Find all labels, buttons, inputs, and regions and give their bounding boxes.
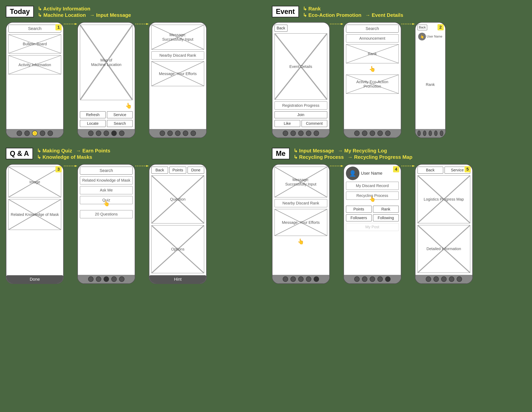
logistics-map-img: Logistics Progress Map xyxy=(418,175,470,223)
today-header: Today ↳ Activity Information ↳ Machine L… xyxy=(6,6,260,19)
me-p1-img1: Message:Successfully Input xyxy=(275,167,327,197)
qa-annot-2: → Earn Points xyxy=(76,148,110,154)
nav-dot-2[interactable] xyxy=(24,131,30,136)
like-btn[interactable]: Like xyxy=(275,120,300,127)
back-btn-me[interactable]: Back xyxy=(418,167,443,174)
user-avatar: 👤 xyxy=(346,167,360,180)
today-phones-row: 1 Search Bulletin Board Activity Informa… xyxy=(6,22,260,138)
qa-search[interactable]: Search xyxy=(80,167,133,175)
back-btn-qa[interactable]: Back xyxy=(151,167,168,174)
me-annot-3: ↳ Recycling Process xyxy=(294,154,344,160)
today-phone-2: Map ofMachine Location 👆 Refresh Service… xyxy=(77,22,135,138)
comment-btn[interactable]: Comment xyxy=(302,120,327,127)
event-header: Event ↳ Rank ↳ Eco-Action Promotion → Ev… xyxy=(272,6,526,19)
phone-badge-4: 4 xyxy=(393,166,399,172)
locate-btn[interactable]: Locate xyxy=(80,120,106,127)
svg-marker-31 xyxy=(146,165,149,167)
today-p3-img2: Message: Your Efforts xyxy=(151,61,204,86)
qa-phones-row: 3 Image Related Knowledge of Mask Done xyxy=(6,164,260,284)
join-btn[interactable]: Join xyxy=(275,111,327,118)
activity-info-img: Activity Information xyxy=(8,55,61,74)
today-p3-img1: Message:Successfully Input xyxy=(151,25,204,50)
event-phone-3: 2 Back 👆 User Name Rank xyxy=(415,22,446,138)
machine-map-img: Map ofMachine Location xyxy=(80,25,133,100)
event-arrow-1-2 xyxy=(330,22,343,26)
points-btn-qa[interactable]: Points xyxy=(169,167,186,174)
today-annot-1: ↳ Activity Information xyxy=(38,6,131,12)
me-p3-top-btns: Back Service xyxy=(418,167,470,174)
points-btn-me[interactable]: Points xyxy=(346,206,372,213)
me-nearby-rank: Nearby Discard Rank xyxy=(275,199,327,207)
event-phones-row: Back Event Details Registration Progress… xyxy=(272,22,526,138)
done-btn-qa[interactable]: Done xyxy=(188,167,204,174)
me-user-row: 👤 User Name xyxy=(346,167,399,180)
qa-phone2-nav xyxy=(78,275,135,283)
me-header: Me ↳ Input Message → My Recycling Log ↳ … xyxy=(272,148,526,161)
svg-marker-29 xyxy=(75,165,77,167)
svg-marker-43 xyxy=(412,165,415,167)
nav-dot-1[interactable] xyxy=(17,131,22,136)
event-arrow-2-3 xyxy=(401,22,415,26)
event-section: Event ↳ Rank ↳ Eco-Action Promotion → Ev… xyxy=(272,6,526,138)
nav-dot-a[interactable] xyxy=(88,131,94,136)
phone-badge-2: 2 xyxy=(437,24,444,30)
followers-btn[interactable]: Followers xyxy=(346,214,372,221)
qa-phone-2: Search Related Knowledge of Mask Ask Me … xyxy=(77,164,135,284)
nav-dot-active[interactable] xyxy=(111,131,117,136)
me-phones-row: Message:Successfully Input Nearby Discar… xyxy=(272,164,526,284)
today-search[interactable]: Search xyxy=(8,25,61,33)
rank-btn-me[interactable]: Rank xyxy=(373,206,399,213)
nav-dot-highlight[interactable]: 👆 xyxy=(32,131,38,136)
me-phone2-nav xyxy=(344,275,401,283)
bulletin-board-img: Bulletin Board xyxy=(8,34,61,54)
event-phone-2: Search Announcement Rank 👆 Activity Eco-… xyxy=(343,22,401,138)
quiz-box[interactable]: Quiz 👆 xyxy=(80,196,133,204)
bottom-row: Q & A ↳ Making Quiz → Earn Points ↳ Know… xyxy=(6,148,526,284)
today-label: Today xyxy=(6,6,34,17)
event-label: Event xyxy=(272,6,299,17)
announcement-box: Announcement xyxy=(346,34,399,43)
qa-image-img: Image xyxy=(8,167,61,197)
me-arrow-2-3 xyxy=(401,164,415,168)
phone-badge-1: 1 xyxy=(56,24,62,30)
following-btn[interactable]: Following xyxy=(373,214,399,221)
me-phone-1: Message:Successfully Input Nearby Discar… xyxy=(272,164,330,284)
ask-me-box[interactable]: Ask Me xyxy=(80,186,133,194)
today-phone2-btn-row2: Locate Search xyxy=(80,120,133,127)
back-btn-e3[interactable]: Back xyxy=(418,25,428,30)
event-annot-1: ↳ Rank xyxy=(303,6,403,12)
related-knowledge-box[interactable]: Related Knowledge of Mask xyxy=(80,176,133,185)
recycling-process-box[interactable]: Recycling Process 👆 xyxy=(346,191,399,200)
service-btn[interactable]: Service xyxy=(107,111,133,118)
svg-marker-23 xyxy=(412,23,415,25)
me-annot-4: → Recycling Progress Map xyxy=(348,154,412,160)
back-btn-event[interactable]: Back xyxy=(275,25,287,32)
me-annot-1: ↳ Input Message xyxy=(294,148,334,154)
nav-dot-4[interactable] xyxy=(48,131,53,136)
hint-btn[interactable]: Hint xyxy=(149,275,206,283)
refresh-btn[interactable]: Refresh xyxy=(80,111,106,118)
today-section: Today ↳ Activity Information ↳ Machine L… xyxy=(6,6,260,138)
my-discard-record-box: My Discard Record xyxy=(346,182,399,190)
options-img: Options xyxy=(151,225,204,274)
nav-dot-e[interactable] xyxy=(119,131,124,136)
qa-section: Q & A ↳ Making Quiz → Earn Points ↳ Know… xyxy=(6,148,260,284)
qa-annot-1: ↳ Making Quiz xyxy=(37,148,72,154)
nav-dot-c[interactable] xyxy=(104,131,109,136)
nav-dot-b[interactable] xyxy=(96,131,101,136)
me-section: Me ↳ Input Message → My Recycling Log ↳ … xyxy=(272,148,526,284)
event-phone3-nav xyxy=(416,129,445,137)
qa-header: Q & A ↳ Making Quiz → Earn Points ↳ Know… xyxy=(6,148,260,161)
search-btn[interactable]: Search xyxy=(107,120,133,127)
nav-dot-3[interactable] xyxy=(40,131,45,136)
today-phone-1: 1 Search Bulletin Board Activity Informa… xyxy=(6,22,64,138)
registration-progress-box: Registration Progress xyxy=(275,101,327,110)
event-search[interactable]: Search xyxy=(346,25,399,33)
qa-done-btn[interactable]: Done xyxy=(6,275,63,283)
twenty-questions-box: 20 Questions xyxy=(80,210,133,218)
arrow-1-2 xyxy=(64,22,77,26)
me-phone3-nav xyxy=(416,275,472,283)
event-phone2-nav xyxy=(344,129,401,137)
today-phone-3: Message:Successfully Input Nearby Discar… xyxy=(149,22,207,138)
qa-label: Q & A xyxy=(6,148,33,159)
